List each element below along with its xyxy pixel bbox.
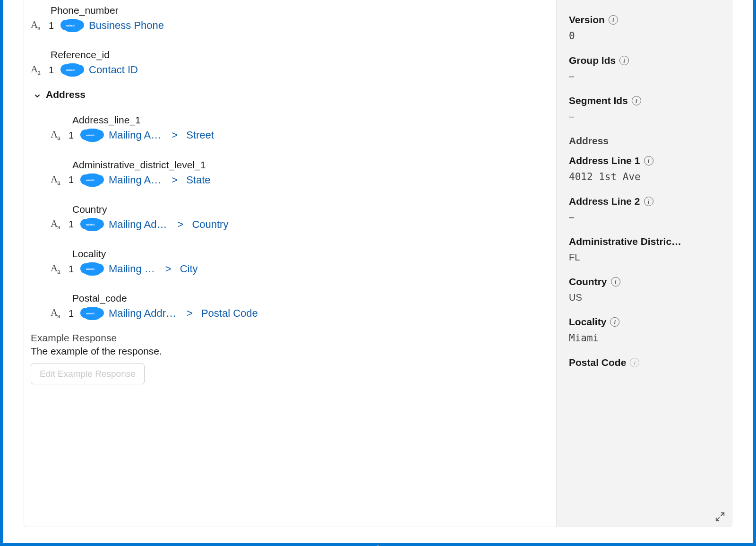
admin-district-label: Administrative Distric…	[569, 236, 720, 247]
example-response-title: Example Response	[31, 332, 556, 344]
salesforce-icon: salesforce	[83, 173, 102, 187]
info-icon[interactable]: i	[611, 277, 620, 286]
country-value: US	[569, 292, 720, 303]
mapped-path-1[interactable]: Mailing Addr…	[109, 307, 176, 320]
version-label: Version i	[569, 14, 720, 26]
breadcrumb-sep: >	[172, 174, 178, 186]
mapping-index: 1	[69, 219, 76, 230]
mapped-path-2[interactable]: Postal Code	[201, 307, 258, 320]
config-panel: Phone_number Aa 1 salesforce Business Ph…	[24, 0, 732, 527]
mapped-field-link[interactable]: Contact ID	[89, 64, 138, 76]
address-line-1-value: 4012 1st Ave	[569, 171, 720, 182]
version-value: 0	[569, 30, 720, 42]
locality-value: Miami	[569, 332, 720, 344]
field-address-line-1-mapping[interactable]: Aa 1 salesforce Mailing A… > Street	[31, 129, 556, 142]
info-icon[interactable]: i	[632, 96, 641, 105]
mapped-path-1[interactable]: Mailing Ad…	[109, 218, 167, 231]
info-icon[interactable]: i	[609, 15, 618, 25]
group-ids-label: Group Ids i	[569, 55, 720, 66]
chevron-down-icon	[34, 91, 41, 98]
mapping-index: 1	[49, 65, 56, 76]
mapping-area: Phone_number Aa 1 salesforce Business Ph…	[24, 0, 556, 527]
text-type-icon: Aa	[51, 262, 62, 276]
field-address-line-1-name: Address_line_1	[31, 110, 556, 126]
mapped-field-link[interactable]: Business Phone	[89, 19, 164, 32]
mapped-path-2[interactable]: City	[180, 263, 198, 275]
mapping-index: 1	[69, 130, 76, 141]
field-locality-name: Locality	[31, 243, 556, 260]
salesforce-icon: salesforce	[63, 19, 82, 32]
mapping-index: 1	[69, 308, 76, 319]
field-country-name: Country	[31, 199, 556, 215]
field-postal-code-mapping[interactable]: Aa 1 salesforce Mailing Addr… > Postal C…	[31, 307, 556, 320]
text-type-icon: Aa	[51, 173, 62, 187]
svg-line-0	[721, 513, 724, 516]
text-type-icon: Aa	[51, 307, 62, 320]
salesforce-icon: salesforce	[63, 63, 82, 77]
mapped-path-1[interactable]: Mailing A…	[109, 174, 161, 186]
field-postal-code-name: Postal_code	[31, 288, 556, 304]
address-group-toggle[interactable]: Address	[34, 89, 556, 100]
salesforce-icon: salesforce	[83, 218, 102, 231]
field-reference-id-name: Reference_id	[31, 44, 556, 61]
text-type-icon: Aa	[31, 19, 42, 32]
segment-ids-label: Segment Ids i	[569, 95, 720, 106]
admin-district-value: FL	[569, 252, 720, 263]
field-admin-district-name: Administrative_district_level_1	[31, 155, 556, 171]
breadcrumb-sep: >	[165, 263, 172, 275]
field-phone-number-name: Phone_number	[31, 0, 556, 16]
mapping-index: 1	[69, 264, 76, 275]
address-line-2-value: –	[569, 212, 720, 223]
details-sidebar: Version i 0 Group Ids i – Segment Ids i …	[556, 0, 732, 527]
text-type-icon: Aa	[51, 129, 62, 142]
edit-example-response-button: Edit Example Response	[31, 364, 145, 384]
info-icon[interactable]: i	[619, 56, 629, 65]
salesforce-icon: salesforce	[83, 129, 102, 142]
postal-code-label: Postal Code i	[569, 357, 720, 368]
info-icon[interactable]: i	[644, 197, 653, 206]
mapping-index: 1	[69, 174, 76, 185]
field-locality-mapping[interactable]: Aa 1 salesforce Mailing … > City	[31, 262, 556, 276]
field-country-mapping[interactable]: Aa 1 salesforce Mailing Ad… > Country	[31, 218, 556, 231]
segment-ids-value: –	[569, 111, 720, 122]
svg-line-1	[716, 518, 719, 520]
mapped-path-2[interactable]: State	[186, 174, 210, 186]
breadcrumb-sep: >	[172, 129, 178, 141]
breadcrumb-sep: >	[187, 307, 193, 320]
field-admin-district-mapping[interactable]: Aa 1 salesforce Mailing A… > State	[31, 173, 556, 187]
breadcrumb-sep: >	[178, 218, 184, 231]
address-line-2-label: Address Line 2 i	[569, 196, 720, 207]
mapped-path-2[interactable]: Country	[192, 218, 228, 231]
mapped-path-1[interactable]: Mailing A…	[109, 129, 161, 141]
address-group-title: Address	[46, 89, 86, 100]
text-type-icon: Aa	[31, 63, 42, 77]
text-type-icon: Aa	[51, 218, 62, 231]
info-icon[interactable]: i	[610, 317, 619, 327]
address-line-1-label: Address Line 1 i	[569, 155, 720, 166]
info-icon[interactable]: i	[630, 358, 639, 367]
field-phone-number-mapping[interactable]: Aa 1 salesforce Business Phone	[31, 19, 556, 32]
field-reference-id-mapping[interactable]: Aa 1 salesforce Contact ID	[31, 63, 556, 77]
locality-label: Locality i	[569, 316, 720, 328]
salesforce-icon: salesforce	[83, 307, 102, 320]
info-icon[interactable]: i	[644, 156, 653, 165]
expand-icon[interactable]	[715, 511, 725, 522]
country-label: Country i	[569, 276, 720, 287]
group-ids-value: –	[569, 71, 720, 82]
salesforce-icon: salesforce	[83, 262, 102, 276]
mapped-path-2[interactable]: Street	[186, 129, 214, 141]
mapped-path-1[interactable]: Mailing …	[109, 263, 155, 275]
mapping-index: 1	[49, 20, 56, 31]
address-section-title: Address	[569, 135, 720, 147]
example-response-desc: The example of the response.	[31, 346, 556, 357]
